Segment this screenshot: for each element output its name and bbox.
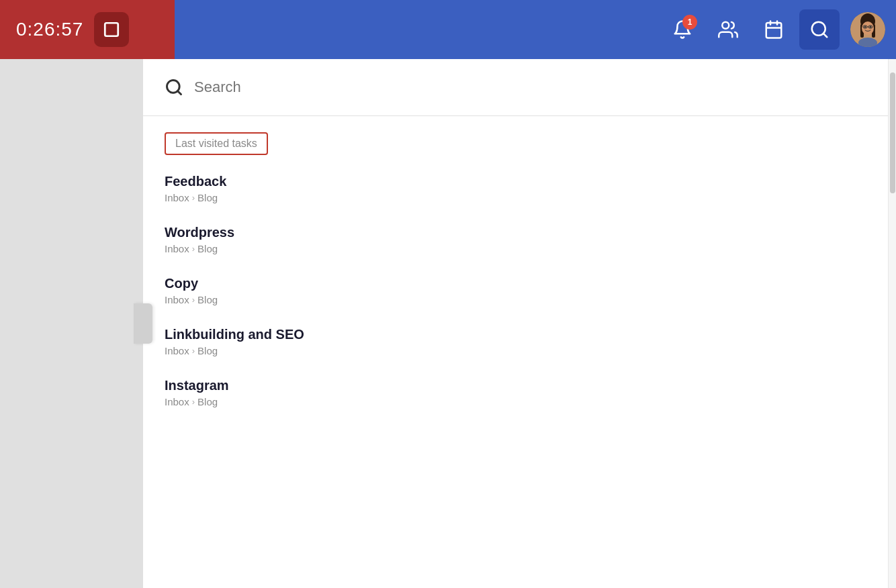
search-input[interactable]	[194, 79, 866, 96]
svg-line-7	[823, 34, 827, 37]
task-title-instagram: Instagram	[165, 378, 866, 393]
calendar-button[interactable]	[754, 9, 794, 50]
square-icon	[103, 21, 120, 38]
section-label: Last visited tasks	[165, 132, 268, 155]
task-breadcrumb-copy: Inbox › Blog	[165, 294, 866, 305]
timer-display: 0:26:57	[16, 19, 83, 40]
user-avatar-button[interactable]	[850, 12, 885, 47]
task-item-copy[interactable]: Copy Inbox › Blog	[165, 276, 866, 305]
avatar-image	[850, 12, 885, 47]
breadcrumb-sep: ›	[192, 244, 195, 254]
breadcrumb-inbox: Inbox	[165, 243, 189, 254]
breadcrumb-inbox: Inbox	[165, 192, 189, 203]
search-nav-button[interactable]	[799, 9, 840, 50]
search-nav-icon	[809, 19, 830, 40]
task-item-instagram[interactable]: Instagram Inbox › Blog	[165, 378, 866, 407]
breadcrumb-blog: Blog	[197, 396, 218, 407]
svg-rect-0	[105, 23, 119, 36]
svg-rect-2	[766, 23, 782, 38]
team-button[interactable]	[708, 9, 748, 50]
task-breadcrumb-feedback: Inbox › Blog	[165, 192, 866, 203]
breadcrumb-blog: Blog	[197, 345, 218, 356]
calendar-icon	[764, 19, 784, 40]
scrollbar[interactable]	[888, 59, 896, 588]
task-breadcrumb-linkbuilding: Inbox › Blog	[165, 345, 866, 356]
notification-badge: 1	[682, 15, 697, 30]
task-item-wordpress[interactable]: Wordpress Inbox › Blog	[165, 225, 866, 254]
breadcrumb-sep: ›	[192, 346, 195, 356]
svg-line-20	[177, 91, 181, 94]
tasks-container: Last visited tasks Feedback Inbox › Blog…	[143, 116, 888, 588]
svg-point-14	[870, 26, 872, 28]
breadcrumb-inbox: Inbox	[165, 294, 189, 305]
notification-button[interactable]: 1	[662, 9, 703, 50]
svg-point-13	[864, 26, 866, 28]
task-item-feedback[interactable]: Feedback Inbox › Blog	[165, 174, 866, 203]
breadcrumb-inbox: Inbox	[165, 396, 189, 407]
topbar: 0:26:57 1	[0, 0, 896, 59]
breadcrumb-sep: ›	[192, 397, 195, 407]
breadcrumb-sep: ›	[192, 193, 195, 203]
svg-point-1	[722, 22, 729, 29]
task-breadcrumb-wordpress: Inbox › Blog	[165, 243, 866, 254]
breadcrumb-sep: ›	[192, 295, 195, 305]
sidebar	[0, 59, 143, 588]
breadcrumb-blog: Blog	[197, 243, 218, 254]
search-icon	[165, 78, 183, 97]
topbar-nav: 1	[175, 9, 896, 50]
breadcrumb-blog: Blog	[197, 294, 218, 305]
task-title-linkbuilding: Linkbuilding and SEO	[165, 327, 866, 342]
timer-section: 0:26:57	[0, 0, 175, 59]
breadcrumb-inbox: Inbox	[165, 345, 189, 356]
users-icon	[718, 19, 738, 40]
search-panel: Last visited tasks Feedback Inbox › Blog…	[143, 59, 888, 588]
task-title-wordpress: Wordpress	[165, 225, 866, 240]
task-title-copy: Copy	[165, 276, 866, 291]
timer-stop-button[interactable]	[94, 12, 129, 47]
search-bar	[143, 59, 888, 116]
scroll-thumb[interactable]	[890, 72, 895, 193]
sidebar-toggle[interactable]	[134, 303, 152, 344]
task-breadcrumb-instagram: Inbox › Blog	[165, 396, 866, 407]
task-title-feedback: Feedback	[165, 174, 866, 189]
task-item-linkbuilding[interactable]: Linkbuilding and SEO Inbox › Blog	[165, 327, 866, 356]
search-icon-wrap	[165, 78, 183, 97]
breadcrumb-blog: Blog	[197, 192, 218, 203]
main-layout: Last visited tasks Feedback Inbox › Blog…	[0, 59, 896, 588]
